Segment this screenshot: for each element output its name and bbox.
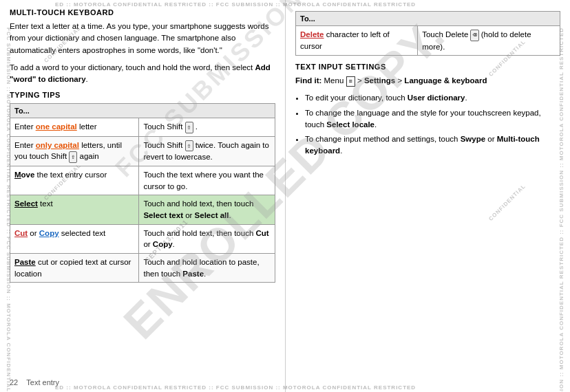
table-row: Delete character to left of cursor Touch… [296,26,560,56]
action-cell: Cut or Copy selected text [10,224,139,253]
how-cell: Touch the text where you want the cursor… [139,166,275,195]
section-multitouch: MULTI-TOUCH KEYBOARD Enter text a letter… [10,8,275,85]
bullet-item: To change input method and settings, tou… [305,133,560,157]
table-row: Cut or Copy selected text Touch and hold… [10,224,275,253]
table-row: Enter only capital letters, until you to… [10,136,275,166]
how-cell: Touch Shift ⇧ twice. Touch again to reve… [139,136,275,166]
action-cell: Paste cut or copied text at cursor locat… [10,253,139,282]
page-container: MULTI-TOUCH KEYBOARD Enter text a letter… [0,0,570,392]
multitouch-para1: Enter text a letter at a time. As you ty… [10,21,275,56]
multitouch-para2: To add a word to your dictionary, touch … [10,62,275,86]
typing-tips-table: To... Enter one capital letter Touch Shi… [10,103,275,283]
how-cell: Touch and hold location to paste, then t… [139,253,275,282]
left-column: MULTI-TOUCH KEYBOARD Enter text a letter… [0,0,286,392]
table-row: Move the text entry cursor Touch the tex… [10,166,275,195]
action-cell: Enter only capital letters, until you to… [10,136,139,166]
section-typing-tips: TYPING TIPS To... Enter one capital lett… [10,91,275,283]
how-cell: Touch Shift ⇧ . [139,118,275,137]
action-cell: Move the text entry cursor [10,166,139,195]
page-number: 22 [10,378,18,386]
action-cell: Select text [10,195,139,224]
how-cell: Touch and hold text, then touch Cut or C… [139,224,275,253]
right-column: To... Delete character to left of cursor… [286,0,570,392]
section-text-input-title: TEXT INPUT SETTINGS [295,63,560,71]
page-label: Text entry [26,378,59,386]
section-multitouch-title: MULTI-TOUCH KEYBOARD [10,8,275,17]
settings-bullet-list: To edit your dictionary, touch User dict… [305,92,560,157]
table-row-select: Select text Touch and hold text, then to… [10,195,275,224]
bullet-item: To edit your dictionary, touch User dict… [305,92,560,104]
page-footer: 22 Text entry [10,378,59,386]
table-row: Enter one capital letter Touch Shift ⇧ . [10,118,275,137]
find-it-text: Find it: Menu ≡ > Settings > Language & … [295,75,560,87]
section-typing-title: TYPING TIPS [10,91,275,99]
continuation-table: To... Delete character to left of cursor… [295,11,560,56]
section-text-input: TEXT INPUT SETTINGS Find it: Menu ≡ > Se… [295,63,560,157]
cont-table-header: To... [296,12,560,26]
table-row: Paste cut or copied text at cursor locat… [10,253,275,282]
how-cell: Touch Delete ⌫ (hold to delete more). [418,26,560,56]
action-cell: Delete character to left of cursor [296,26,418,56]
table-header: To... [10,104,275,118]
how-cell: Touch and hold text, then touch Select t… [139,195,275,224]
bullet-item: To change the language and the style for… [305,107,560,131]
action-cell: Enter one capital letter [10,118,139,137]
